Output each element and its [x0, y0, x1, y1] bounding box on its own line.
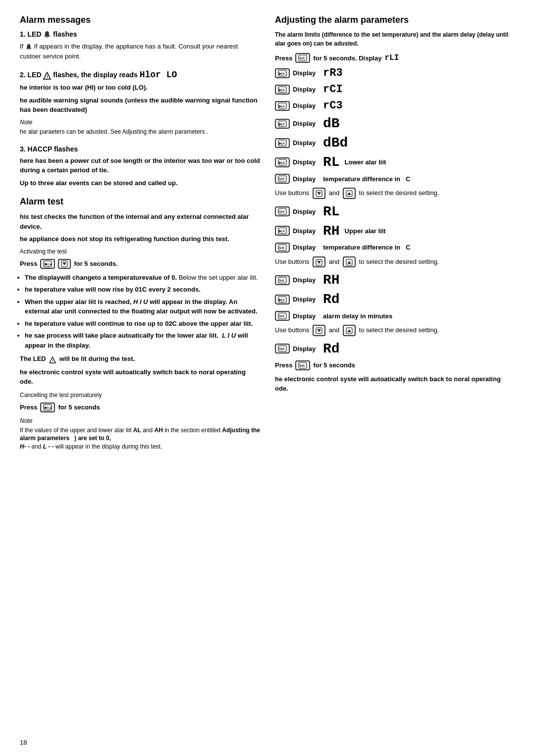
svg-text:Set: Set: [299, 364, 305, 367]
use-buttons-row1: Use buttons and to select the desired se…: [275, 188, 515, 199]
set-btn-delay[interactable]: Set: [275, 311, 290, 321]
svg-text:!: !: [47, 74, 48, 79]
up-btn-dbd[interactable]: ▶|∧: [275, 138, 290, 148]
press-5sec-row: Press Set for 5 seconds. Display rLI: [275, 53, 515, 63]
display-rh-set-row: Set Display RH: [275, 272, 515, 288]
svg-text:▶|∧: ▶|∧: [279, 161, 285, 165]
svg-marker-39: [347, 261, 351, 264]
haccp-heading: 3. HACCP flashes: [20, 145, 260, 153]
up-btn-use3[interactable]: [343, 325, 356, 336]
display-rl-set-row: Set Display RL: [275, 204, 515, 219]
alarm-test-desc2: he appliance does not stop its refrigera…: [20, 234, 260, 244]
bullet-1: The displaywill changeto a temperatureva…: [25, 273, 260, 283]
down-button-icon[interactable]: [58, 259, 71, 269]
alarm-messages-section: Alarm messages 1. LED flashes If: [20, 15, 260, 188]
test-bullets: The displaywill changeto a temperatureva…: [25, 273, 260, 351]
up-btn-rc3[interactable]: ▶|∧: [275, 101, 290, 111]
note2-label: Note: [20, 416, 260, 425]
svg-text:Set: Set: [279, 246, 285, 250]
display-label-rl-set: Display: [293, 208, 320, 215]
down-btn-use3[interactable]: [313, 325, 325, 336]
press-adj-text: Press: [275, 54, 292, 62]
up-btn-use2[interactable]: [343, 256, 356, 268]
alarm-delay-text: alarm delay in minutes: [323, 312, 392, 320]
set-btn-temp[interactable]: Set: [275, 174, 290, 184]
and-text2: and: [329, 257, 340, 265]
display-label-rci: Display: [293, 86, 320, 93]
svg-text:▶|∧: ▶|∧: [279, 122, 285, 126]
bullet-3: When the upper alar liit is reached, H I…: [25, 297, 260, 316]
up-btn-db[interactable]: ▶|∧: [275, 119, 290, 129]
display-value-db: dB: [323, 116, 340, 131]
svg-marker-49: [347, 329, 351, 332]
svg-text:▶|∧: ▶|∧: [279, 298, 285, 302]
press-end-text: Press: [275, 361, 292, 369]
set-display-temp-diff-row: Set Display temperature difference in C: [275, 174, 515, 184]
display-rl-lower-row: ▶|∧ Display RL Lower alar liit: [275, 154, 515, 170]
set-display-alarm-delay-row: Set Display alarm delay in minutes: [275, 311, 515, 321]
note-text: he alar paraeters can be adusted. See Ad…: [20, 128, 260, 136]
upper-alarm-label: Upper alar liit: [345, 227, 386, 235]
use-buttons-text1: Use buttons: [275, 189, 309, 197]
svg-marker-29: [347, 192, 351, 195]
note2-text: If the values of the upper and lower ala…: [20, 426, 260, 451]
set-button-icon[interactable]: ▶|▲: [40, 259, 55, 269]
bell-icon-inline: [25, 44, 32, 50]
auto-switch2-text: he electronic control syste will autoati…: [275, 374, 515, 394]
svg-marker-27: [317, 192, 321, 195]
use-buttons-row3: Use buttons and to select the desired se…: [275, 325, 515, 336]
press-row-cancel: Press ▶|▲ for 5 seconds: [20, 403, 260, 412]
svg-text:▶|∧: ▶|∧: [279, 229, 285, 233]
display-label-rd: Display: [293, 296, 320, 303]
down-btn-use1[interactable]: [313, 188, 325, 199]
display-label-settemp2: Display: [293, 244, 320, 251]
display-value-rh-set: RH: [323, 272, 340, 288]
set-btn-temp2[interactable]: Set: [275, 243, 290, 252]
display-label-rc3: Display: [293, 102, 320, 109]
set-btn-rl[interactable]: Set: [275, 206, 290, 216]
display-db-row: ▶|∧ Display dB: [275, 116, 515, 131]
display-rr3-row: ▶|∧ Display rR3: [275, 67, 515, 79]
up-btn-rr3[interactable]: ▶|∧: [275, 68, 290, 78]
triangle-icon: !: [43, 71, 51, 80]
up-btn-use1[interactable]: [343, 188, 356, 199]
down-btn-use2[interactable]: [313, 256, 325, 268]
press-end-row: Press Set for 5 seconds: [275, 360, 515, 370]
use-buttons-text2: Use buttons: [275, 257, 309, 265]
led1-section: 1. LED flashes If If appears in the disp…: [20, 30, 260, 61]
set-button-icon2[interactable]: ▶|▲: [40, 403, 55, 412]
use-buttons-row2: Use buttons and to select the desired se…: [275, 256, 515, 268]
up-btn-rl[interactable]: ▶|∧: [275, 157, 290, 167]
led-will-lit: The LED ! will be lit during the test.: [20, 354, 260, 364]
adjusting-title: Adjusting the alarm parameters: [275, 15, 515, 25]
led2-section: 2. LED ! flashes, the display reads Hlor…: [20, 70, 260, 136]
up-btn-rd[interactable]: ▶|∧: [275, 295, 290, 304]
svg-text:▶|∧: ▶|∧: [279, 88, 285, 92]
display-rc3-row: ▶|∧ Display rC3: [275, 100, 515, 112]
svg-text:Set: Set: [279, 279, 285, 282]
up-btn-rci[interactable]: ▶|∧: [275, 85, 290, 95]
svg-text:Set: Set: [279, 347, 285, 351]
and-text3: and: [329, 326, 340, 334]
set-btn-rd-final[interactable]: Set: [275, 344, 290, 353]
display-label-rr3: Display: [293, 69, 320, 77]
display-value-rl-set: RL: [323, 204, 340, 219]
svg-text:▶|▲: ▶|▲: [45, 405, 52, 410]
alarm-messages-title: Alarm messages: [20, 15, 260, 25]
set-btn-end[interactable]: Set: [295, 360, 310, 370]
led1-heading: 1. LED flashes: [20, 30, 260, 39]
display-rd-final-row: Set Display Rd: [275, 341, 515, 356]
press-row-test: Press ▶|▲ for 5 seconds.: [20, 259, 260, 269]
led1-desc: If If appears in the display, the applia…: [20, 42, 260, 61]
led1-text: 1. LED: [20, 30, 43, 38]
up-btn-rh[interactable]: ▶|∧: [275, 226, 290, 236]
display-label-settemp: Display: [293, 175, 320, 183]
auto-switch-text: he electronic control syste will autoati…: [20, 367, 260, 387]
display-label-rh-upper: Display: [293, 227, 320, 235]
intro-text: The alarm limits (difference to the set …: [275, 30, 515, 48]
alarm-test-desc1: his test checks the function of the inte…: [20, 212, 260, 231]
set-btn-adj[interactable]: Set: [295, 53, 310, 63]
note-label: Note: [20, 118, 260, 127]
set-btn-rh[interactable]: Set: [275, 275, 290, 285]
haccp-section: 3. HACCP flashes here has been a power c…: [20, 145, 260, 188]
